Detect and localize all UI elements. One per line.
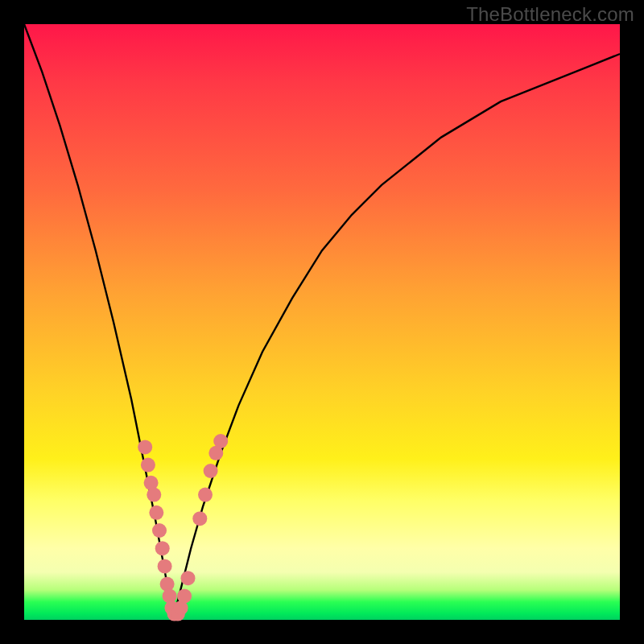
marker-dot bbox=[138, 440, 152, 454]
marker-dot bbox=[147, 488, 161, 502]
curve-layer bbox=[24, 24, 620, 620]
marker-dot bbox=[192, 511, 207, 526]
marker-dot bbox=[181, 571, 196, 585]
bottleneck-curve-left bbox=[24, 24, 173, 620]
chart-frame: TheBottleneck.com bbox=[0, 0, 644, 644]
marker-dot bbox=[158, 559, 172, 573]
marker-dot bbox=[177, 588, 192, 603]
marker-dot bbox=[149, 506, 163, 520]
marker-dot bbox=[152, 523, 167, 538]
marker-dot bbox=[141, 458, 155, 473]
marker-layer bbox=[138, 434, 228, 621]
marker-dot bbox=[160, 577, 175, 592]
marker-dot bbox=[213, 434, 228, 448]
chart-svg bbox=[24, 24, 620, 620]
bottleneck-curve-right bbox=[173, 54, 620, 620]
marker-dot bbox=[155, 541, 170, 555]
watermark-text: TheBottleneck.com bbox=[466, 3, 634, 26]
marker-dot bbox=[198, 488, 213, 502]
marker-dot bbox=[204, 464, 218, 478]
